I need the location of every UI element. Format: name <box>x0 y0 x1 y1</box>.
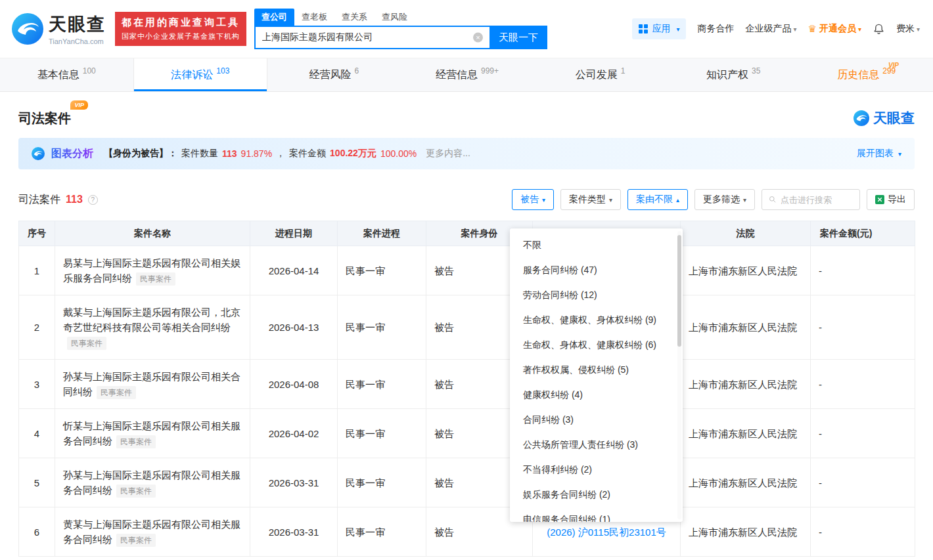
table-header-row: 序号 案件名称 进程日期 案件进程 案件身份 法院 案件金额(元) <box>19 221 915 246</box>
chart-analysis-banner: 图表分析 【身份为被告】： 案件数量 113 91.87% ， 案件金额 100… <box>18 138 915 169</box>
dropdown-option[interactable]: 合同纠纷 (3) <box>510 407 683 432</box>
case-name-link[interactable]: 孙某与上海国际主题乐园有限公司相关合同纠纷 <box>63 371 240 397</box>
dropdown-option-unlimited[interactable]: 不限 <box>510 232 683 257</box>
filter-more[interactable]: 更多筛选 ▾ <box>694 189 755 210</box>
nav-open-membership[interactable]: ♛ 开通会员 ▾ <box>808 23 861 35</box>
case-type-tag: 民事案件 <box>97 386 136 399</box>
metric-case-count-value: 113 <box>222 148 237 159</box>
tab-history-info[interactable]: VIP 历史信息299 <box>800 58 933 91</box>
metric-case-amount-value: 100.22万元 <box>330 148 376 160</box>
expand-chart-link[interactable]: 展开图表 ▾ <box>857 148 901 160</box>
chevron-down-icon: ▾ <box>793 26 796 33</box>
tab-company-development[interactable]: 公司发展1 <box>534 58 667 91</box>
tianyancha-logo-icon <box>12 13 43 45</box>
dropdown-option[interactable]: 电信服务合同纠纷 (1) <box>510 507 683 522</box>
col-case-amount: 案件金额(元) <box>811 221 915 246</box>
list-title: 司法案件 <box>18 193 60 207</box>
tab-legal-proceedings[interactable]: 法律诉讼103 <box>133 58 268 91</box>
user-menu[interactable]: 费米 ▾ <box>896 23 920 35</box>
case-process: 民事一审 <box>338 507 426 557</box>
tab-operating-info[interactable]: 经营信息999+ <box>401 58 534 91</box>
search-tab-risk[interactable]: 查风险 <box>375 9 415 26</box>
brand-logo[interactable]: 天眼查 TianYanCha.com <box>12 12 106 45</box>
table-row: 6 黄某与上海国际主题乐园有限公司相关服务合同纠纷民事案件 2026-03-31… <box>19 507 915 557</box>
table-search-box[interactable] <box>762 189 860 210</box>
nav-business-cooperation[interactable]: 商务合作 <box>697 23 734 35</box>
dropdown-option[interactable]: 公共场所管理人责任纠纷 (3) <box>510 432 683 457</box>
dropdown-option[interactable]: 生命权、健康权、身体权纠纷 (9) <box>510 307 683 332</box>
tab-intellectual-property[interactable]: 知识产权35 <box>667 58 800 91</box>
row-index: 6 <box>19 507 55 557</box>
dropdown-option[interactable]: 劳动合同纠纷 (12) <box>510 282 683 307</box>
process-date: 2026-04-02 <box>250 409 338 458</box>
case-type-tag: 民事案件 <box>116 534 156 547</box>
row-index: 2 <box>19 295 55 360</box>
case-amount: - <box>811 295 915 360</box>
clear-input-icon[interactable]: × <box>473 33 483 43</box>
case-amount: - <box>811 409 915 458</box>
tab-operating-risk[interactable]: 经营风险6 <box>267 58 401 91</box>
cause-filter-dropdown: 不限 服务合同纠纷 (47) 劳动合同纠纷 (12) 生命权、健康权、身体权纠纷… <box>510 228 683 522</box>
more-content-link[interactable]: 更多内容... <box>426 148 470 160</box>
help-icon[interactable]: ? <box>88 195 98 205</box>
chart-analysis-label: 图表分析 <box>51 147 93 161</box>
row-index: 5 <box>19 458 55 507</box>
filter-case-type[interactable]: 案件类型 ▾ <box>560 189 621 210</box>
case-type-tag: 民事案件 <box>116 435 156 448</box>
export-button[interactable]: 导出 <box>867 189 915 210</box>
court: 上海市浦东新区人民法院 <box>681 507 811 557</box>
dropdown-option[interactable]: 著作权权属、侵权纠纷 (5) <box>510 357 683 382</box>
filter-cause-of-action[interactable]: 案由不限 ▴ <box>627 189 688 210</box>
company-search-input[interactable] <box>254 26 489 49</box>
case-type-tag: 民事案件 <box>67 337 106 350</box>
chart-analysis-icon <box>32 147 45 160</box>
search-tab-boss[interactable]: 查老板 <box>294 9 334 26</box>
vip-badge: VIP <box>70 100 88 110</box>
case-process: 民事一审 <box>338 295 426 360</box>
metric-case-amount-pct: 100.00% <box>380 148 417 159</box>
table-search-input[interactable] <box>781 195 853 205</box>
apps-grid-icon <box>639 24 648 33</box>
brand-domain: TianYanCha.com <box>49 37 106 45</box>
apps-menu-button[interactable]: 应用 ▾ <box>632 18 686 39</box>
global-search: 查公司 查老板 查关系 查风险 × 天眼一下 <box>254 9 547 49</box>
process-date: 2026-04-14 <box>250 246 338 295</box>
search-tab-relation[interactable]: 查关系 <box>334 9 375 26</box>
chevron-down-icon: ▾ <box>676 26 679 33</box>
nav-enterprise-products[interactable]: 企业级产品 ▾ <box>745 23 796 35</box>
chevron-down-icon: ▾ <box>609 196 612 204</box>
case-name-link[interactable]: 戴某与上海国际主题乐园有限公司，北京奇艺世纪科技有限公司等相关合同纠纷 <box>63 307 240 333</box>
table-row: 2 戴某与上海国际主题乐园有限公司，北京奇艺世纪科技有限公司等相关合同纠纷民事案… <box>19 295 915 360</box>
court: 上海市浦东新区人民法院 <box>681 246 811 295</box>
process-date: 2026-03-31 <box>250 507 338 557</box>
search-submit-button[interactable]: 天眼一下 <box>489 26 547 49</box>
search-tab-company[interactable]: 查公司 <box>254 9 294 26</box>
court: 上海市浦东新区人民法院 <box>681 295 811 360</box>
notifications-bell-icon[interactable] <box>873 23 885 35</box>
corner-watermark-logo: 天眼查 <box>853 109 915 127</box>
case-type-tag: 民事案件 <box>136 272 175 286</box>
tab-basic-info[interactable]: 基本信息100 <box>0 58 133 91</box>
case-type-tag: 民事案件 <box>116 485 156 498</box>
dropdown-option[interactable]: 健康权纠纷 (4) <box>510 382 683 407</box>
filter-role-defendant[interactable]: 被告 ▾ <box>512 189 554 210</box>
dropdown-option[interactable]: 娱乐服务合同纠纷 (2) <box>510 482 683 507</box>
crown-icon: ♛ <box>808 23 816 35</box>
chevron-down-icon: ▾ <box>858 26 861 33</box>
brand-name: 天眼查 <box>49 12 106 36</box>
case-process: 民事一审 <box>338 458 426 507</box>
table-row: 5 孙某与上海国际主题乐园有限公司相关服务合同纠纷民事案件 2026-03-31… <box>19 458 915 507</box>
dropdown-option[interactable]: 不当得利纠纷 (2) <box>510 457 683 482</box>
judicial-cases-table: 序号 案件名称 进程日期 案件进程 案件身份 法院 案件金额(元) 1 易某与上… <box>18 221 915 557</box>
process-date: 2026-04-13 <box>250 295 338 360</box>
col-case-name: 案件名称 <box>55 221 250 246</box>
dropdown-scrollbar-thumb[interactable] <box>677 235 681 347</box>
header-nav: 应用 ▾ 商务合作 企业级产品 ▾ ♛ 开通会员 ▾ 费米 ▾ <box>632 18 920 39</box>
dropdown-option[interactable]: 生命权、身体权、健康权纠纷 (6) <box>510 332 683 357</box>
dropdown-option[interactable]: 服务合同纠纷 (47) <box>510 257 683 282</box>
page-title: 司法案件 <box>18 111 71 125</box>
case-amount: - <box>811 507 915 557</box>
case-number-link[interactable]: (2026) 沪0115民初23101号 <box>547 527 666 538</box>
top-header: 天眼查 TianYanCha.com 都在用的商业查询工具 国家中小企业发展子基… <box>0 0 933 58</box>
row-index: 4 <box>19 409 55 458</box>
